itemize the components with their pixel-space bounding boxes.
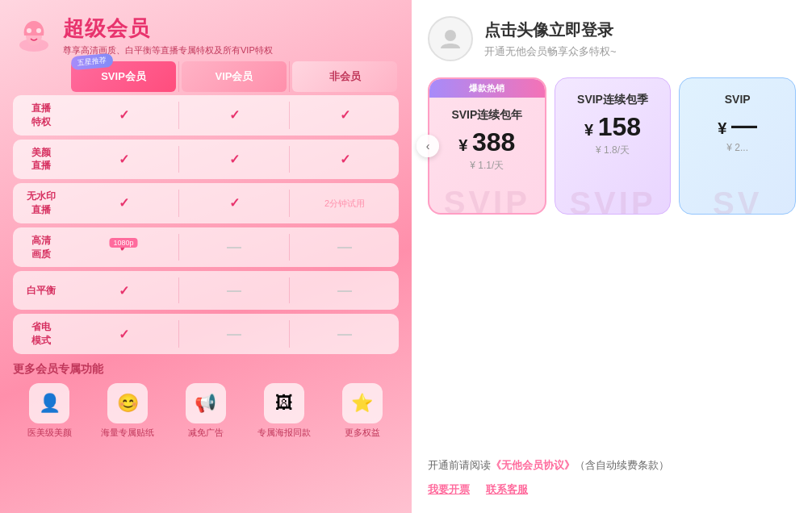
svip-cell: 1080p✓ (69, 240, 178, 255)
avatar[interactable] (428, 16, 473, 61)
icon-item[interactable]: 😊海量专属贴纸 (91, 383, 165, 439)
feature-label: 高清 画质 (13, 234, 69, 261)
feature-label: 直播 特权 (13, 102, 69, 129)
feature-label: 美颜 直播 (13, 146, 69, 173)
vip-cell: ✓ (180, 195, 288, 211)
non-cell: — (291, 239, 399, 256)
icon-item[interactable]: 🖼专属海报同款 (247, 383, 320, 439)
non-header: 非会员 (292, 61, 397, 92)
feature-row: 省电 模式✓—— (13, 314, 399, 354)
svip-cell: ✓ (69, 107, 178, 123)
vip-cell: ✓ (180, 152, 288, 167)
super-member-title: 超级会员 (63, 15, 273, 43)
vip-cell: — (180, 326, 288, 343)
non-cell: — (291, 326, 399, 343)
login-row[interactable]: 点击头像立即登录 开通无他会员畅享众多特权~ (428, 16, 796, 61)
svip-cell: ✓ (69, 152, 178, 167)
feature-row: 无水印 直播✓✓2分钟试用 (13, 183, 399, 223)
icon-item[interactable]: ⭐更多权益 (325, 383, 399, 439)
non-cell: 2分钟试用 (291, 196, 399, 210)
svg-point-2 (36, 28, 41, 33)
login-sub: 开通无他会员畅享众多特权~ (484, 44, 617, 59)
action-row: 我要开票 联系客服 (428, 482, 796, 497)
icon-box: 😊 (107, 383, 148, 423)
vip-cell: — (180, 282, 288, 299)
left-panel: 超级会员 尊享高清画质、白平衡等直播专属特权及所有VIP特权 五星推荐 SVIP… (0, 0, 412, 513)
feature-row: 白平衡✓—— (13, 271, 399, 310)
agreement-link[interactable]: 《无他会员协议》 (491, 459, 575, 471)
svip-watermark: SVIP (555, 186, 671, 215)
login-title: 点击头像立即登录 (484, 19, 617, 41)
feature-rows: 直播 特权✓✓✓美颜 直播✓✓✓无水印 直播✓✓2分钟试用高清 画质1080p✓… (13, 95, 399, 354)
svip-watermark: SV (680, 186, 795, 215)
icon-label: 海量专属贴纸 (101, 427, 154, 439)
icon-label: 更多权益 (345, 427, 380, 439)
svip-cell: ✓ (69, 283, 178, 298)
plan-price: ¥ — (689, 111, 785, 140)
agreement-suffix: （含自动续费条款） (575, 459, 669, 471)
feature-row: 高清 画质1080p✓—— (13, 227, 399, 268)
plan-name: SVIP连续包年 (439, 108, 535, 123)
vip-header: VIP会员 (182, 61, 287, 92)
svg-point-3 (445, 30, 456, 41)
more-features-title: 更多会员专属功能 (13, 362, 399, 377)
title-block: 超级会员 尊享高清画质、白平衡等直播专属特权及所有VIP特权 (63, 15, 273, 56)
prev-button[interactable]: ‹ (416, 135, 439, 157)
login-info: 点击头像立即登录 开通无他会员畅享众多特权~ (484, 19, 617, 59)
plan-card[interactable]: SVIP¥ —¥ 2...SV (679, 77, 796, 215)
agreement-text: 开通前请阅读 (428, 459, 491, 471)
non-cell: ✓ (291, 152, 399, 167)
plan-price: ¥ 158 (565, 112, 661, 142)
right-panel: 点击头像立即登录 开通无他会员畅享众多特权~ ‹ 爆款热销SVIP连续包年¥ 3… (412, 0, 812, 513)
icon-box: 👤 (29, 383, 69, 423)
svg-point-1 (27, 28, 31, 33)
plan-cards: 爆款热销SVIP连续包年¥ 388¥ 1.1/天SVIPSVIP连续包季¥ 15… (428, 77, 796, 215)
plan-per-day: ¥ 1.8/天 (565, 144, 661, 157)
svip-cell: ✓ (69, 195, 178, 211)
icon-label: 医美级美颜 (27, 427, 72, 439)
service-link[interactable]: 联系客服 (486, 482, 528, 497)
plan-per-day: ¥ 2... (689, 142, 785, 153)
icon-item[interactable]: 👤医美级美颜 (13, 383, 86, 439)
svip-cell: ✓ (69, 327, 178, 342)
icon-label: 减免广告 (188, 427, 224, 439)
feature-label: 无水印 直播 (13, 190, 69, 217)
plan-card[interactable]: SVIP连续包季¥ 158¥ 1.8/天SVIP (555, 77, 672, 215)
svip-watermark: SVIP (429, 185, 545, 215)
plan-per-day: ¥ 1.1/天 (439, 159, 535, 173)
feature-row: 美颜 直播✓✓✓ (13, 140, 399, 180)
icon-box: ⭐ (342, 383, 383, 423)
plan-card[interactable]: 爆款热销SVIP连续包年¥ 388¥ 1.1/天SVIP (428, 77, 546, 215)
header-row: 超级会员 尊享高清画质、白平衡等直播专属特权及所有VIP特权 (13, 15, 399, 56)
feature-label: 白平衡 (13, 284, 69, 298)
non-cell: — (291, 282, 399, 299)
plan-name: SVIP连续包季 (565, 93, 661, 107)
feature-label: 省电 模式 (13, 320, 69, 348)
agreement-row: 开通前请阅读《无他会员协议》（含自动续费条款） (428, 458, 796, 473)
plan-name: SVIP (689, 93, 785, 106)
icon-box: 🖼 (264, 383, 304, 423)
vip-cell: — (180, 239, 288, 256)
plans-row: ‹ 爆款热销SVIP连续包年¥ 388¥ 1.1/天SVIPSVIP连续包季¥ … (428, 77, 796, 215)
logo-icon (13, 15, 55, 56)
hot-badge: 爆款热销 (429, 79, 545, 98)
invoice-link[interactable]: 我要开票 (428, 482, 470, 497)
icon-item[interactable]: 📢减免广告 (170, 383, 243, 439)
feature-row: 直播 特权✓✓✓ (13, 95, 399, 136)
vip-cell: ✓ (180, 107, 288, 123)
icon-label: 专属海报同款 (257, 427, 311, 439)
icon-box: 📢 (186, 383, 226, 423)
icons-row: 👤医美级美颜😊海量专属贴纸📢减免广告🖼专属海报同款⭐更多权益 (13, 383, 399, 439)
plan-price: ¥ 388 (439, 127, 535, 157)
non-cell: ✓ (291, 107, 399, 123)
